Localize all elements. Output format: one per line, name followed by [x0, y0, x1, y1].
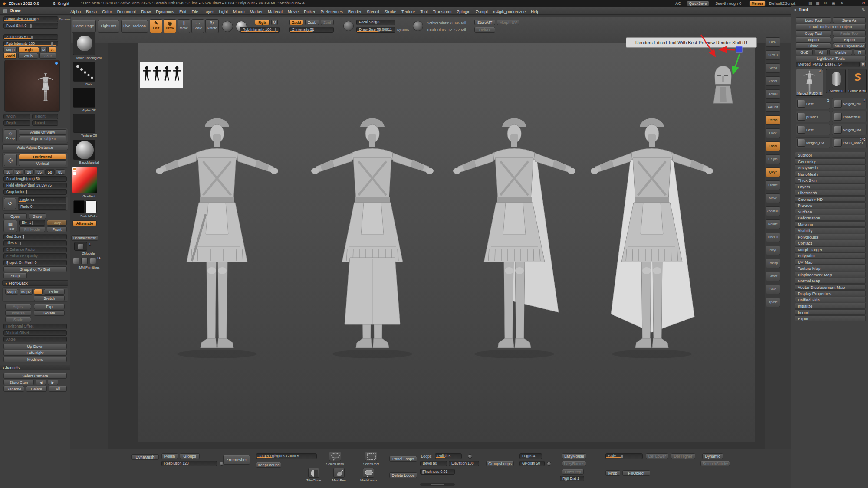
- undo-history-icon[interactable]: ↺: [4, 198, 16, 209]
- canvas-horizontal-scrollbar[interactable]: [420, 483, 455, 486]
- current-texture-thumbnail[interactable]: [73, 114, 95, 133]
- horizontal-offset-slider[interactable]: Horizontal Offset: [3, 324, 67, 329]
- adjust-button[interactable]: Adjust: [5, 304, 31, 309]
- a-button[interactable]: A: [48, 47, 56, 52]
- snapshot-to-grid-button[interactable]: Snapshot To Grid: [3, 266, 67, 272]
- map1-button[interactable]: Map1: [5, 289, 18, 295]
- imm-primitives-thumbnail[interactable]: [73, 258, 96, 266]
- tool-section-header[interactable]: Display Properties: [795, 290, 866, 296]
- pline-button[interactable]: PLine: [44, 289, 65, 295]
- focal-length-slider[interactable]: Focal length(mm) 50: [3, 176, 67, 182]
- bevel-slider[interactable]: Bevel 50: [420, 461, 447, 466]
- channels-header[interactable]: Channels: [0, 365, 70, 370]
- menu-item[interactable]: Document: [115, 8, 138, 16]
- dynamic-label[interactable]: Dynamic: [59, 18, 71, 21]
- front-button[interactable]: Front: [47, 226, 67, 232]
- draw-mode-button[interactable]: ◉Draw: [164, 19, 176, 33]
- menu-item[interactable]: Draw: [138, 8, 153, 16]
- thickness-slider[interactable]: Thickness 0.01: [420, 469, 455, 475]
- right-shelf-button[interactable]: Actual: [766, 89, 780, 99]
- window-dock-icon[interactable]: ▣: [832, 1, 835, 5]
- import-button[interactable]: Import: [796, 37, 831, 43]
- focal-preset-50[interactable]: 50: [45, 169, 55, 175]
- elevation-slider[interactable]: Elv -1: [19, 220, 45, 226]
- e-enhance-factor-slider[interactable]: E Enhance Factor: [3, 247, 67, 252]
- project-on-mesh-slider[interactable]: Project On Mesh 0: [3, 260, 67, 265]
- lightbox-tools-button[interactable]: Lightbox ▸ Tools: [796, 56, 866, 61]
- recent-tool-cell[interactable]: Base: [796, 124, 830, 135]
- menu-item[interactable]: Edit: [177, 8, 189, 16]
- field-of-view-slider[interactable]: Field of view(deg) 39.59775: [3, 183, 67, 188]
- see-through-control[interactable]: See-through 0: [715, 1, 741, 6]
- del-mt-button[interactable]: DelMT: [474, 27, 495, 33]
- horizontal-button[interactable]: Horizontal: [19, 154, 66, 160]
- tool-section-header[interactable]: Texture Map: [795, 265, 866, 271]
- select-camera-button[interactable]: Select Camera: [3, 373, 67, 379]
- morph-uv-button[interactable]: Morph UV: [497, 20, 519, 25]
- right-shelf-button[interactable]: AAHalf: [766, 102, 780, 112]
- zcut-button[interactable]: Zcut: [321, 20, 334, 25]
- tool-section-header[interactable]: Visibility: [795, 227, 866, 233]
- focal-shift-slider[interactable]: Focal Shift 0: [356, 20, 395, 25]
- tool-section-header[interactable]: Preview: [795, 202, 866, 208]
- recent-tool-cell[interactable]: Base5: [796, 98, 830, 109]
- current-material-thumbnail[interactable]: [73, 140, 95, 160]
- menu-item[interactable]: Marker: [247, 8, 266, 16]
- polish-button[interactable]: Polish: [161, 453, 178, 459]
- draw-size-slider[interactable]: Draw Size 73.88911: [356, 27, 395, 33]
- tool-section-header[interactable]: ArrayMesh: [795, 164, 866, 170]
- goz-all-button[interactable]: All: [815, 49, 828, 55]
- backface-mask-button[interactable]: BackfaceMask: [71, 235, 98, 241]
- active-tool-r-button[interactable]: R: [861, 62, 866, 67]
- tool-section-header[interactable]: Polygroups: [795, 234, 866, 240]
- right-shelf-button[interactable]: Transp: [766, 259, 780, 268]
- copy-tool-button[interactable]: Copy Tool: [796, 30, 831, 36]
- switch-button[interactable]: Switch: [34, 295, 65, 301]
- z-intensity-slider[interactable]: Z Intensity 51: [289, 27, 334, 33]
- menu-item[interactable]: Light: [216, 8, 230, 16]
- zsub-button[interactable]: Zsub: [305, 20, 319, 25]
- lazy-step-button[interactable]: LazyStep: [562, 469, 584, 475]
- menu-item[interactable]: Help: [528, 8, 542, 16]
- active-tool-slider[interactable]: Merged_PM3D_Base7.. 54: [796, 62, 860, 67]
- menu-item[interactable]: Movie: [285, 8, 301, 16]
- refresh-icon[interactable]: ↻: [862, 7, 865, 12]
- select-rect-tool[interactable]: SelectRect: [360, 452, 382, 466]
- menu-item[interactable]: Stencil: [364, 8, 382, 16]
- tool-section-header[interactable]: Vector Displacement Map: [795, 284, 866, 290]
- elevation-slider[interactable]: Elevation 100: [449, 461, 479, 466]
- tool-section-header[interactable]: Export: [795, 315, 866, 321]
- tool-section-header[interactable]: Import: [795, 309, 866, 315]
- zremesher-button[interactable]: ZRemesher: [223, 455, 250, 465]
- gpolish-option-icon[interactable]: [547, 462, 551, 466]
- gpolish-slider[interactable]: GPolish 50: [519, 461, 545, 466]
- current-stroke-thumbnail[interactable]: [73, 62, 95, 82]
- tool-section-header[interactable]: Geometry HD: [795, 196, 866, 202]
- draw-indicator-icon[interactable]: [413, 21, 423, 31]
- live-boolean-button[interactable]: Live Boolean: [121, 20, 148, 33]
- menus-button[interactable]: Menus: [749, 1, 766, 6]
- focal-preset-24[interactable]: 24: [14, 169, 23, 175]
- camera-icon[interactable]: ◎: [4, 154, 17, 166]
- right-shelf-button[interactable]: Move: [766, 193, 780, 203]
- snap-button[interactable]: Snap: [3, 273, 27, 278]
- save-button[interactable]: Save: [29, 213, 46, 219]
- right-shelf-button[interactable]: Zoom3D: [766, 206, 780, 216]
- vertical-button[interactable]: Vertical: [19, 160, 66, 166]
- tool-section-header[interactable]: Layers: [795, 183, 866, 190]
- scale-button[interactable]: Scale: [5, 317, 31, 322]
- right-shelf-button[interactable]: Solo: [766, 285, 780, 294]
- target-polygons-slider[interactable]: Target Polygons Count 5: [256, 453, 317, 459]
- current-alpha-thumbnail[interactable]: [73, 88, 95, 108]
- tool-section-header[interactable]: Subtool: [795, 152, 866, 158]
- snap-toggle-button[interactable]: Snap: [47, 220, 67, 226]
- keep-groups-button[interactable]: KeepGroups: [256, 462, 281, 468]
- current-brush-thumbnail[interactable]: [73, 33, 95, 55]
- rgb-intensity-slider[interactable]: Rgb Intensity 100: [3, 41, 58, 46]
- collapse-icon[interactable]: ◀: [793, 8, 796, 12]
- mask-lasso-tool[interactable]: MaskLasso: [357, 468, 380, 482]
- rgb-button[interactable]: Rgb: [255, 20, 270, 25]
- right-shelf-button[interactable]: Floor: [766, 128, 780, 138]
- crop-factor-slider[interactable]: Crop factor 1: [3, 189, 67, 195]
- recent-tool-thumbnail[interactable]: Cylinder3D: [826, 69, 846, 93]
